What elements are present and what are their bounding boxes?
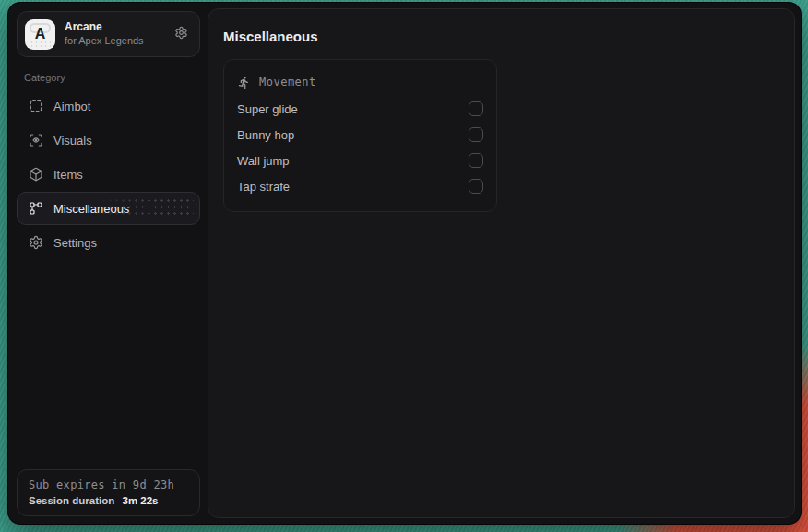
sidebar: A Arcane for Apex Legends Category Aimbo… [8, 3, 208, 524]
gear-icon [174, 26, 188, 42]
app-window: A Arcane for Apex Legends Category Aimbo… [7, 2, 802, 525]
crosshair-scan-icon [29, 99, 43, 113]
options-list: Super glide Bunny hop Wall jump Tap stra… [237, 96, 483, 199]
option-row: Super glide [237, 96, 483, 122]
app-title: Arcane [65, 20, 162, 34]
sidebar-item-aimbot[interactable]: Aimbot [17, 89, 200, 123]
sidebar-spacer [17, 259, 200, 469]
subscription-card: Sub expires in 9d 23h Session duration 3… [17, 469, 200, 516]
sidebar-item-visuals[interactable]: Visuals [17, 124, 200, 157]
session-duration-label: Session duration [29, 495, 114, 506]
sub-expiry-text: Sub expires in 9d 23h [29, 479, 188, 491]
option-label: Bunny hop [237, 128, 294, 142]
checkbox-super-glide[interactable] [469, 101, 483, 116]
sidebar-item-miscellaneous[interactable]: Miscellaneous [17, 192, 200, 225]
session-duration-value: 3m 22s [123, 495, 159, 506]
page-title: Miscellaneous [223, 29, 779, 44]
sidebar-item-label: Settings [53, 236, 97, 250]
runner-icon [237, 76, 251, 89]
movement-card: Movement Super glide Bunny hop Wall jump… [223, 59, 497, 212]
sidebar-item-label: Miscellaneous [53, 202, 129, 216]
section-title: Movement [259, 76, 316, 89]
sidebar-item-label: Aimbot [53, 100, 90, 113]
app-header-card: A Arcane for Apex Legends [17, 11, 200, 57]
cube-icon [29, 167, 43, 182]
scan-eye-icon [29, 133, 43, 148]
header-gear-button[interactable] [172, 25, 190, 43]
sidebar-item-settings[interactable]: Settings [17, 226, 200, 259]
movement-card-header: Movement [237, 70, 483, 94]
app-subtitle: for Apex Legends [65, 35, 162, 48]
option-label: Super glide [237, 102, 298, 116]
checkbox-tap-strafe[interactable] [469, 179, 483, 194]
option-label: Tap strafe [237, 180, 290, 194]
option-row: Bunny hop [237, 122, 483, 148]
sidebar-item-label: Items [53, 168, 83, 182]
option-row: Tap strafe [237, 173, 483, 199]
nodes-icon [29, 201, 43, 216]
checkbox-wall-jump[interactable] [469, 153, 483, 168]
checkbox-bunny-hop[interactable] [469, 127, 483, 142]
session-duration-row: Session duration 3m 22s [29, 495, 188, 506]
option-row: Wall jump [237, 148, 483, 173]
sidebar-nav: Aimbot Visuals Items Miscellaneous Setti… [17, 89, 200, 259]
app-titles: Arcane for Apex Legends [65, 20, 162, 48]
category-label: Category [24, 72, 200, 83]
sidebar-item-label: Visuals [53, 134, 92, 148]
main-panel: Miscellaneous Movement Super glide Bunny… [208, 8, 795, 518]
avatar-letter: A [35, 26, 46, 42]
gear-icon [29, 235, 43, 250]
avatar: A [25, 19, 55, 50]
option-label: Wall jump [237, 154, 290, 168]
sidebar-item-items[interactable]: Items [17, 158, 200, 191]
